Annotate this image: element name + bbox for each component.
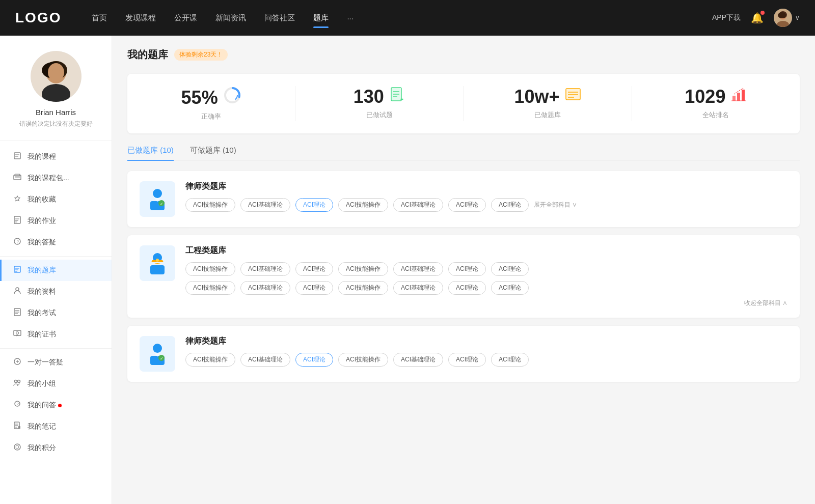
sidebar-item-notes[interactable]: 我的笔记 bbox=[0, 416, 112, 437]
svg-rect-67 bbox=[742, 90, 745, 101]
tag-2-6[interactable]: ACI理论 bbox=[448, 262, 486, 276]
tab-available-banks[interactable]: 可做题库 (10) bbox=[190, 146, 236, 160]
tag-3-1[interactable]: ACI技能操作 bbox=[185, 353, 235, 367]
certs-icon bbox=[12, 329, 22, 340]
sidebar-item-doubts[interactable]: ? 我的答疑 bbox=[0, 232, 112, 253]
sidebar-item-exams[interactable]: 我的考试 bbox=[0, 302, 112, 324]
stat-ranking-label: 全站排名 bbox=[642, 110, 790, 120]
tag-1-7[interactable]: ACI理论 bbox=[491, 198, 529, 212]
bell-button[interactable]: 🔔 bbox=[751, 12, 764, 24]
trial-badge: 体验剩余23天！ bbox=[174, 49, 228, 61]
sidebar-item-qanda[interactable]: ? 我的问答 bbox=[0, 395, 112, 416]
tag-1-3[interactable]: ACI理论 bbox=[295, 198, 333, 212]
tag-3-6[interactable]: ACI理论 bbox=[448, 353, 486, 367]
tag-2-12[interactable]: ACI基础理论 bbox=[393, 281, 443, 295]
tag-2-2[interactable]: ACI基础理论 bbox=[240, 262, 290, 276]
nav-open[interactable]: 公开课 bbox=[174, 11, 197, 25]
sidebar-sep-2 bbox=[0, 348, 112, 349]
tag-2-13[interactable]: ACI理论 bbox=[448, 281, 486, 295]
tag-2-9[interactable]: ACI基础理论 bbox=[240, 281, 290, 295]
bank-card-3-inner: ✓ 律师类题库 ACI技能操作 ACI基础理论 ACI理论 ACI技能操作 AC… bbox=[140, 336, 787, 372]
tag-3-4[interactable]: ACI技能操作 bbox=[338, 353, 388, 367]
tag-2-8[interactable]: ACI技能操作 bbox=[185, 281, 235, 295]
svg-rect-65 bbox=[732, 96, 736, 101]
stat-accuracy-label: 正确率 bbox=[138, 112, 285, 121]
expand-bank-1-button[interactable]: 展开全部科目 ∨ bbox=[534, 201, 577, 209]
tag-3-2[interactable]: ACI基础理论 bbox=[240, 353, 290, 367]
navbar: LOGO 首页 发现课程 公开课 新闻资讯 问答社区 题库 ··· APP下载 … bbox=[0, 0, 815, 36]
notes-icon bbox=[12, 422, 22, 432]
nav-qa[interactable]: 问答社区 bbox=[264, 11, 295, 25]
notification-dot bbox=[760, 11, 765, 15]
svg-text:✓: ✓ bbox=[160, 202, 164, 206]
bank-body-3: 律师类题库 ACI技能操作 ACI基础理论 ACI理论 ACI技能操作 ACI基… bbox=[185, 336, 787, 367]
logo[interactable]: LOGO bbox=[15, 10, 61, 26]
tags-row-3: ACI技能操作 ACI基础理论 ACI理论 ACI技能操作 ACI基础理论 AC… bbox=[185, 353, 787, 367]
user-motto: 错误的决定比没有决定要好 bbox=[10, 120, 101, 128]
svg-rect-18 bbox=[14, 216, 20, 223]
sidebar-profile-label: 我的资料 bbox=[28, 287, 56, 296]
svg-point-34 bbox=[16, 332, 19, 334]
sidebar-item-course-packages[interactable]: 我的课程包... bbox=[0, 167, 112, 189]
svg-text:=: = bbox=[400, 96, 403, 102]
tag-2-4[interactable]: ACI技能操作 bbox=[338, 262, 388, 276]
qanda-icon: ? bbox=[12, 400, 22, 410]
sidebar-item-tutoring[interactable]: 一对一答疑 bbox=[0, 352, 112, 373]
doubts-icon: ? bbox=[12, 237, 22, 247]
nav-discover[interactable]: 发现课程 bbox=[125, 11, 156, 25]
page-title: 我的题库 bbox=[127, 48, 168, 62]
sidebar-item-points[interactable]: 我的积分 bbox=[0, 437, 112, 459]
sidebar-item-homework[interactable]: 我的作业 bbox=[0, 210, 112, 232]
bank-card-3: ✓ 律师类题库 ACI技能操作 ACI基础理论 ACI理论 ACI技能操作 AC… bbox=[127, 326, 800, 382]
svg-rect-48 bbox=[18, 426, 20, 429]
tag-1-5[interactable]: ACI基础理论 bbox=[393, 198, 443, 212]
bank-card-1-inner: ✓ 律师类题库 ACI技能操作 ACI基础理论 ACI理论 ACI技能操作 AC… bbox=[140, 181, 787, 217]
sidebar-item-quiz[interactable]: 我的题库 bbox=[0, 260, 112, 281]
tag-2-7[interactable]: ACI理论 bbox=[491, 262, 529, 276]
tag-1-4[interactable]: ACI技能操作 bbox=[338, 198, 388, 212]
sidebar-exams-label: 我的考试 bbox=[28, 309, 56, 318]
svg-text:?: ? bbox=[17, 239, 19, 244]
tags-row-2a: ACI技能操作 ACI基础理论 ACI理论 ACI技能操作 ACI基础理论 AC… bbox=[185, 262, 787, 276]
tag-2-10[interactable]: ACI理论 bbox=[295, 281, 333, 295]
tag-1-2[interactable]: ACI基础理论 bbox=[240, 198, 290, 212]
bank-card-2-inner: 工程类题库 ACI技能操作 ACI基础理论 ACI理论 ACI技能操作 ACI基… bbox=[140, 245, 787, 307]
sidebar-item-profile[interactable]: 我的资料 bbox=[0, 281, 112, 302]
tag-1-6[interactable]: ACI理论 bbox=[448, 198, 486, 212]
sidebar-tutoring-label: 一对一答疑 bbox=[28, 358, 63, 367]
user-avatar-button[interactable]: ∨ bbox=[774, 9, 800, 27]
tag-1-1[interactable]: ACI技能操作 bbox=[185, 198, 235, 212]
sidebar-favorites-label: 我的收藏 bbox=[28, 195, 56, 204]
bank-card-1: ✓ 律师类题库 ACI技能操作 ACI基础理论 ACI理论 ACI技能操作 AC… bbox=[127, 171, 800, 227]
collapse-bank-2-button[interactable]: 收起全部科目 ∧ bbox=[185, 299, 787, 307]
bank-body-2: 工程类题库 ACI技能操作 ACI基础理论 ACI理论 ACI技能操作 ACI基… bbox=[185, 245, 787, 307]
stat-ranking: 1029 全站排名 bbox=[632, 86, 800, 121]
bank-icon-lawyer-1: ✓ bbox=[140, 181, 175, 217]
sidebar-item-groups[interactable]: 我的小组 bbox=[0, 373, 112, 395]
sidebar-homework-label: 我的作业 bbox=[28, 216, 56, 226]
tag-3-5[interactable]: ACI基础理论 bbox=[393, 353, 443, 367]
sidebar-item-favorites[interactable]: 我的收藏 bbox=[0, 189, 112, 210]
stat-done-banks-label: 已做题库 bbox=[474, 110, 621, 120]
page-header: 我的题库 体验剩余23天！ bbox=[127, 48, 800, 62]
nav-news[interactable]: 新闻资讯 bbox=[215, 11, 246, 25]
exams-icon bbox=[12, 308, 22, 318]
tag-3-3[interactable]: ACI理论 bbox=[295, 353, 333, 367]
nav-home[interactable]: 首页 bbox=[92, 11, 107, 25]
tag-3-7[interactable]: ACI理论 bbox=[491, 353, 529, 367]
app-download-button[interactable]: APP下载 bbox=[712, 13, 741, 22]
bar-chart-icon bbox=[730, 86, 747, 107]
tab-done-banks[interactable]: 已做题库 (10) bbox=[127, 146, 174, 160]
sidebar-item-courses[interactable]: 我的课程 bbox=[0, 146, 112, 167]
tag-2-1[interactable]: ACI技能操作 bbox=[185, 262, 235, 276]
tag-2-3[interactable]: ACI理论 bbox=[295, 262, 333, 276]
sidebar-item-certs[interactable]: 我的证书 bbox=[0, 324, 112, 345]
sidebar-menu: 我的课程 我的课程包... 我的收藏 bbox=[0, 141, 112, 464]
nav-quiz[interactable]: 题库 bbox=[313, 11, 329, 25]
tag-2-11[interactable]: ACI技能操作 bbox=[338, 281, 388, 295]
nav-more[interactable]: ··· bbox=[347, 12, 354, 24]
page-wrapper: Brian Harris 错误的决定比没有决定要好 我的课程 bbox=[0, 36, 815, 504]
tag-2-14[interactable]: ACI理论 bbox=[491, 281, 529, 295]
svg-point-4 bbox=[778, 12, 786, 18]
tag-2-5[interactable]: ACI基础理论 bbox=[393, 262, 443, 276]
